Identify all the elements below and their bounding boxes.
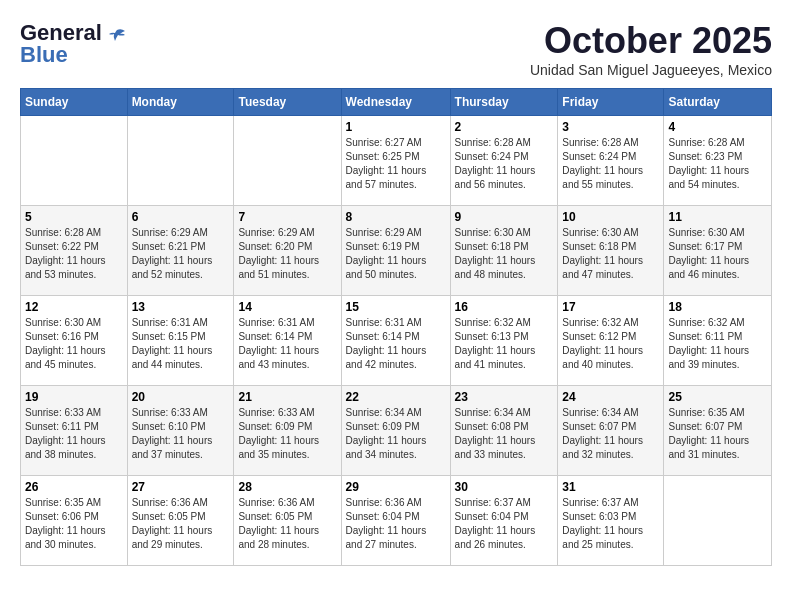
calendar-cell [234,116,341,206]
logo: General Blue [20,20,127,68]
day-info: Sunrise: 6:31 AM Sunset: 6:14 PM Dayligh… [238,316,336,372]
day-number: 3 [562,120,659,134]
calendar-body: 1Sunrise: 6:27 AM Sunset: 6:25 PM Daylig… [21,116,772,566]
day-info: Sunrise: 6:33 AM Sunset: 6:09 PM Dayligh… [238,406,336,462]
day-number: 18 [668,300,767,314]
day-number: 19 [25,390,123,404]
calendar-cell: 26Sunrise: 6:35 AM Sunset: 6:06 PM Dayli… [21,476,128,566]
day-number: 23 [455,390,554,404]
header-row: Sunday Monday Tuesday Wednesday Thursday… [21,89,772,116]
calendar-week-3: 12Sunrise: 6:30 AM Sunset: 6:16 PM Dayli… [21,296,772,386]
day-number: 12 [25,300,123,314]
day-number: 24 [562,390,659,404]
day-info: Sunrise: 6:36 AM Sunset: 6:04 PM Dayligh… [346,496,446,552]
col-thursday: Thursday [450,89,558,116]
day-number: 21 [238,390,336,404]
day-info: Sunrise: 6:30 AM Sunset: 6:18 PM Dayligh… [455,226,554,282]
calendar-cell [127,116,234,206]
day-number: 22 [346,390,446,404]
col-friday: Friday [558,89,664,116]
calendar-cell [664,476,772,566]
page-header: General Blue October 2025 Unidad San Mig… [20,20,772,78]
calendar-week-2: 5Sunrise: 6:28 AM Sunset: 6:22 PM Daylig… [21,206,772,296]
calendar-cell: 3Sunrise: 6:28 AM Sunset: 6:24 PM Daylig… [558,116,664,206]
day-number: 31 [562,480,659,494]
day-info: Sunrise: 6:30 AM Sunset: 6:18 PM Dayligh… [562,226,659,282]
day-number: 11 [668,210,767,224]
calendar-cell: 11Sunrise: 6:30 AM Sunset: 6:17 PM Dayli… [664,206,772,296]
day-info: Sunrise: 6:34 AM Sunset: 6:09 PM Dayligh… [346,406,446,462]
day-number: 20 [132,390,230,404]
calendar-cell: 2Sunrise: 6:28 AM Sunset: 6:24 PM Daylig… [450,116,558,206]
day-info: Sunrise: 6:33 AM Sunset: 6:10 PM Dayligh… [132,406,230,462]
day-info: Sunrise: 6:33 AM Sunset: 6:11 PM Dayligh… [25,406,123,462]
calendar-cell: 9Sunrise: 6:30 AM Sunset: 6:18 PM Daylig… [450,206,558,296]
calendar-header: Sunday Monday Tuesday Wednesday Thursday… [21,89,772,116]
day-number: 7 [238,210,336,224]
day-number: 6 [132,210,230,224]
day-number: 16 [455,300,554,314]
logo-general: General [20,20,102,45]
calendar-cell: 23Sunrise: 6:34 AM Sunset: 6:08 PM Dayli… [450,386,558,476]
day-number: 1 [346,120,446,134]
day-number: 26 [25,480,123,494]
day-number: 9 [455,210,554,224]
calendar-cell: 27Sunrise: 6:36 AM Sunset: 6:05 PM Dayli… [127,476,234,566]
calendar-week-4: 19Sunrise: 6:33 AM Sunset: 6:11 PM Dayli… [21,386,772,476]
day-number: 28 [238,480,336,494]
day-info: Sunrise: 6:36 AM Sunset: 6:05 PM Dayligh… [238,496,336,552]
day-number: 5 [25,210,123,224]
col-saturday: Saturday [664,89,772,116]
day-info: Sunrise: 6:28 AM Sunset: 6:23 PM Dayligh… [668,136,767,192]
day-info: Sunrise: 6:28 AM Sunset: 6:24 PM Dayligh… [562,136,659,192]
day-info: Sunrise: 6:31 AM Sunset: 6:15 PM Dayligh… [132,316,230,372]
calendar-cell: 12Sunrise: 6:30 AM Sunset: 6:16 PM Dayli… [21,296,128,386]
calendar-cell: 1Sunrise: 6:27 AM Sunset: 6:25 PM Daylig… [341,116,450,206]
day-number: 17 [562,300,659,314]
day-info: Sunrise: 6:37 AM Sunset: 6:03 PM Dayligh… [562,496,659,552]
calendar-cell [21,116,128,206]
day-number: 15 [346,300,446,314]
day-info: Sunrise: 6:28 AM Sunset: 6:22 PM Dayligh… [25,226,123,282]
calendar-cell: 20Sunrise: 6:33 AM Sunset: 6:10 PM Dayli… [127,386,234,476]
day-info: Sunrise: 6:29 AM Sunset: 6:21 PM Dayligh… [132,226,230,282]
calendar-week-1: 1Sunrise: 6:27 AM Sunset: 6:25 PM Daylig… [21,116,772,206]
day-info: Sunrise: 6:30 AM Sunset: 6:16 PM Dayligh… [25,316,123,372]
calendar-cell: 22Sunrise: 6:34 AM Sunset: 6:09 PM Dayli… [341,386,450,476]
logo-bird-icon [107,26,127,46]
calendar-cell: 19Sunrise: 6:33 AM Sunset: 6:11 PM Dayli… [21,386,128,476]
calendar-cell: 28Sunrise: 6:36 AM Sunset: 6:05 PM Dayli… [234,476,341,566]
calendar-table: Sunday Monday Tuesday Wednesday Thursday… [20,88,772,566]
day-number: 27 [132,480,230,494]
calendar-cell: 30Sunrise: 6:37 AM Sunset: 6:04 PM Dayli… [450,476,558,566]
day-info: Sunrise: 6:32 AM Sunset: 6:12 PM Dayligh… [562,316,659,372]
col-monday: Monday [127,89,234,116]
col-sunday: Sunday [21,89,128,116]
col-wednesday: Wednesday [341,89,450,116]
day-info: Sunrise: 6:35 AM Sunset: 6:06 PM Dayligh… [25,496,123,552]
day-number: 25 [668,390,767,404]
calendar-cell: 13Sunrise: 6:31 AM Sunset: 6:15 PM Dayli… [127,296,234,386]
day-number: 2 [455,120,554,134]
location: Unidad San Miguel Jagueeyes, Mexico [530,62,772,78]
day-info: Sunrise: 6:29 AM Sunset: 6:20 PM Dayligh… [238,226,336,282]
day-info: Sunrise: 6:29 AM Sunset: 6:19 PM Dayligh… [346,226,446,282]
day-number: 8 [346,210,446,224]
day-info: Sunrise: 6:32 AM Sunset: 6:11 PM Dayligh… [668,316,767,372]
calendar-cell: 10Sunrise: 6:30 AM Sunset: 6:18 PM Dayli… [558,206,664,296]
day-info: Sunrise: 6:35 AM Sunset: 6:07 PM Dayligh… [668,406,767,462]
calendar-week-5: 26Sunrise: 6:35 AM Sunset: 6:06 PM Dayli… [21,476,772,566]
day-info: Sunrise: 6:37 AM Sunset: 6:04 PM Dayligh… [455,496,554,552]
day-info: Sunrise: 6:34 AM Sunset: 6:07 PM Dayligh… [562,406,659,462]
calendar-cell: 4Sunrise: 6:28 AM Sunset: 6:23 PM Daylig… [664,116,772,206]
calendar-cell: 6Sunrise: 6:29 AM Sunset: 6:21 PM Daylig… [127,206,234,296]
col-tuesday: Tuesday [234,89,341,116]
title-section: October 2025 Unidad San Miguel Jagueeyes… [530,20,772,78]
calendar-cell: 5Sunrise: 6:28 AM Sunset: 6:22 PM Daylig… [21,206,128,296]
day-number: 10 [562,210,659,224]
day-info: Sunrise: 6:34 AM Sunset: 6:08 PM Dayligh… [455,406,554,462]
month-title: October 2025 [530,20,772,62]
calendar-cell: 8Sunrise: 6:29 AM Sunset: 6:19 PM Daylig… [341,206,450,296]
calendar-cell: 15Sunrise: 6:31 AM Sunset: 6:14 PM Dayli… [341,296,450,386]
calendar-cell: 18Sunrise: 6:32 AM Sunset: 6:11 PM Dayli… [664,296,772,386]
